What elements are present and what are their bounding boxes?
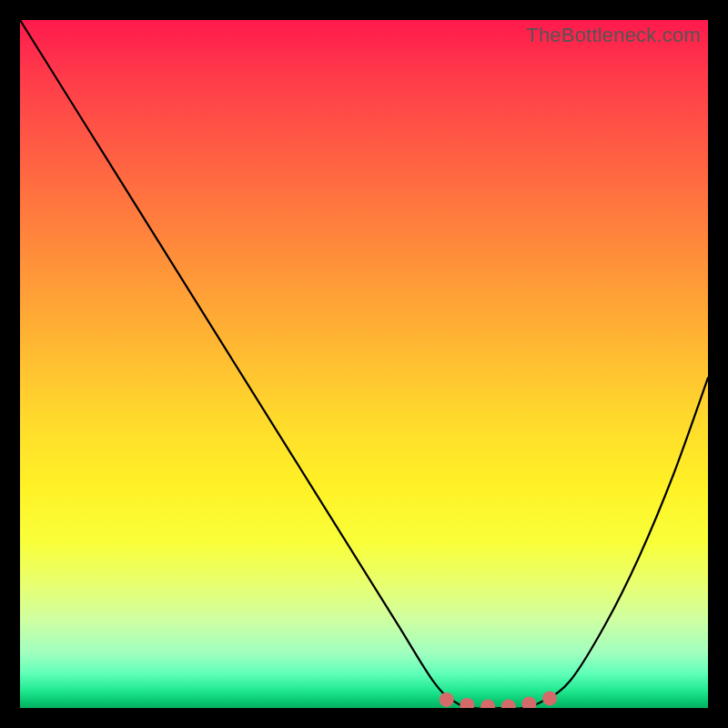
watermark-text: TheBottleneck.com bbox=[526, 24, 701, 47]
chart-svg bbox=[20, 20, 708, 708]
flat-region-end bbox=[542, 691, 557, 705]
flat-region-mid2 bbox=[480, 700, 495, 709]
flat-region-mid1 bbox=[460, 698, 474, 708]
chart-plot-area: TheBottleneck.com bbox=[20, 20, 708, 708]
flat-region-mid3 bbox=[501, 700, 516, 709]
flat-region-markers bbox=[440, 691, 557, 708]
flat-region-start bbox=[440, 693, 454, 707]
chart-frame: TheBottleneck.com bbox=[0, 0, 728, 728]
flat-region-mid4 bbox=[521, 697, 536, 709]
bottleneck-curve-path bbox=[20, 20, 708, 708]
